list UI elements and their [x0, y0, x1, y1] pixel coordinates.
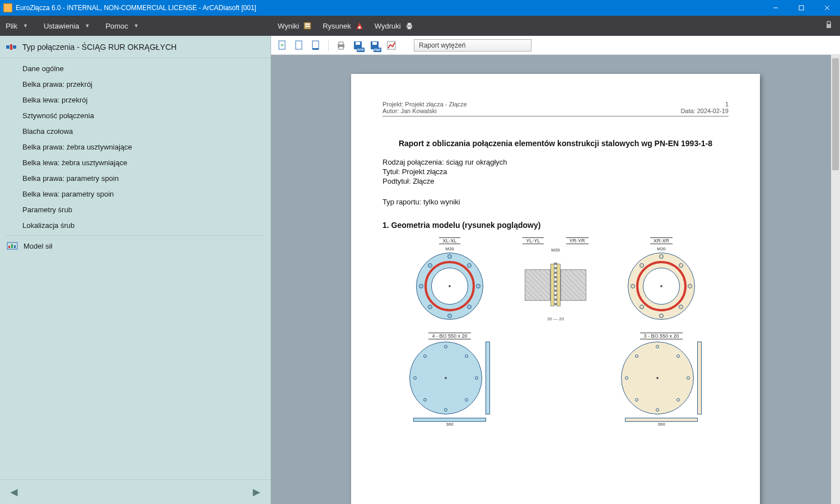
flange-ring-icon	[416, 253, 483, 320]
menu-help[interactable]: Pomoc ▼	[105, 22, 138, 30]
sidebar-item-label: Belka lewa: żebra usztywniające	[22, 158, 127, 167]
sidebar-item-bolt-location[interactable]: Lokalizacja śrub	[0, 217, 270, 233]
save-pdf-button[interactable]: PDF	[369, 40, 380, 51]
drawing-xr-xr: XR-XR M20	[608, 237, 715, 321]
flange-ring-icon	[628, 253, 695, 320]
sidebar-item-stiffness[interactable]: Sztywność połączenia	[0, 108, 270, 123]
dim-text: 360	[657, 422, 665, 427]
plate-bottom-bar-icon	[413, 418, 486, 422]
sidebar-item-bolt-params[interactable]: Parametry śrub	[0, 202, 270, 217]
left-panel: Typ połączenia - ŚCIĄG RUR OKRĄGŁYCH Dan…	[0, 36, 271, 504]
svg-rect-18	[11, 244, 13, 248]
drawing-icon	[354, 21, 365, 31]
drawing-plate-left: 4 - BO 550 x 20	[396, 333, 503, 427]
lock-icon[interactable]	[824, 20, 834, 30]
svg-rect-22	[296, 41, 302, 49]
tab-results[interactable]: Wyniki	[278, 21, 312, 31]
report-page: Projekt: Projekt złącza - Złącze Autor: …	[351, 74, 760, 504]
sidebar-item-label: Belka prawa: żebra usztywniające	[22, 143, 132, 151]
sidebar-nav-footer: ◄ ►	[0, 479, 270, 504]
menu-settings-label: Ustawienia	[44, 22, 80, 30]
sidebar-header-label: Typ połączenia - ŚCIĄG RUR OKRĄGŁYCH	[22, 43, 176, 52]
report-title: Raport z obliczania połączenia elementów…	[382, 139, 729, 148]
svg-rect-17	[8, 246, 10, 248]
window-close-button[interactable]	[814, 0, 840, 16]
blank-page-button[interactable]	[293, 40, 305, 51]
nav-next-button[interactable]: ►	[250, 485, 263, 500]
report-subtitle-row: Podtytuł: Złącze	[382, 177, 729, 185]
pdf-badge: PDF	[374, 48, 381, 52]
sidebar-item-beam-left-section[interactable]: Belka lewa: przekrój	[0, 92, 270, 108]
pipe-side-view-icon	[525, 257, 586, 313]
chevron-down-icon: ▼	[23, 23, 28, 29]
menu-file[interactable]: Plik ▼	[6, 22, 28, 30]
chart-button[interactable]	[386, 40, 397, 51]
report-page-number: 1	[680, 101, 729, 108]
results-icon	[302, 21, 312, 31]
sidebar-item-beam-right-section[interactable]: Belka prawa: przekrój	[0, 76, 270, 92]
window-minimize-button[interactable]	[763, 0, 788, 16]
new-page-button[interactable]: +	[277, 40, 288, 51]
dim-text: 360	[446, 422, 453, 427]
nav-prev-button[interactable]: ◄	[8, 485, 20, 500]
drawing-side-view: YL-YL YR-YR M20 20 — 20	[516, 237, 595, 321]
tab-drawing-label: Rysunek	[323, 22, 351, 30]
report-type-dropdown[interactable]: Raport wytężeń	[414, 39, 531, 52]
svg-point-8	[358, 26, 361, 29]
endplate-disc-icon	[621, 342, 694, 414]
sidebar-item-force-model[interactable]: Model sił	[0, 238, 270, 254]
sidebar-item-beam-right-welds[interactable]: Belka prawa: parametry spoin	[0, 170, 270, 186]
drawing-xl-xl: XL-XL M20	[396, 237, 503, 321]
printer-icon	[404, 21, 414, 31]
menu-help-label: Pomoc	[105, 22, 128, 30]
sidebar-item-label: Belka prawa: parametry spoin	[22, 174, 119, 183]
svg-rect-1	[799, 6, 804, 10]
svg-rect-6	[305, 26, 310, 27]
report-project-line: Projekt: Projekt złącza - Złącze	[382, 101, 467, 108]
report-title-row: Tytuł: Projekt złącza	[382, 167, 729, 176]
svg-rect-29	[356, 42, 360, 45]
drawing-label: YL-YL	[522, 237, 543, 244]
rtf-badge: RTF	[357, 48, 365, 52]
svg-rect-11	[408, 27, 411, 29]
report-conn-type: Rodzaj połączenia: ściąg rur okrągłych	[382, 158, 729, 166]
window-titlebar: EuroZłącza 6.0 - INTERNAL, NON-COMMERCIA…	[0, 0, 840, 16]
drawing-label: XR-XR	[650, 237, 673, 244]
scrollbar[interactable]	[831, 55, 840, 504]
svg-rect-31	[372, 42, 377, 45]
scrollbar-thumb[interactable]	[832, 58, 839, 170]
plate-bottom-bar-icon	[625, 418, 698, 422]
connection-type-icon	[6, 43, 17, 52]
page-settings-button[interactable]	[310, 40, 321, 51]
sidebar-item-beam-right-ribs[interactable]: Belka prawa: żebra usztywniające	[0, 139, 270, 155]
sidebar-item-label: Parametry śrub	[22, 206, 72, 214]
endplate-disc-icon	[409, 342, 482, 414]
sidebar-item-label: Dane ogólne	[22, 64, 64, 73]
sidebar-item-endplate[interactable]: Blacha czołowa	[0, 123, 270, 139]
svg-text:+: +	[281, 42, 284, 48]
sidebar-item-label: Belka lewa: parametry spoin	[22, 190, 114, 198]
save-rtf-button[interactable]: RTF	[352, 40, 363, 51]
chevron-down-icon: ▼	[134, 23, 139, 29]
toolbar-separator	[328, 40, 329, 51]
report-header-rule	[382, 116, 729, 116]
tab-printouts-label: Wydruki	[375, 22, 401, 30]
drawing-empty	[516, 333, 595, 427]
sidebar-item-beam-left-ribs[interactable]: Belka lewa: żebra usztywniające	[0, 155, 270, 170]
bolt-note: M20	[445, 246, 454, 251]
document-viewport[interactable]: Projekt: Projekt złącza - Złącze Autor: …	[271, 55, 840, 504]
menu-settings[interactable]: Ustawienia ▼	[44, 22, 90, 30]
sidebar-separator	[6, 235, 265, 236]
report-author-line: Autor: Jan Kowalski	[382, 108, 467, 114]
side-dim-caption: 20 — 20	[547, 316, 564, 321]
sidebar-item-beam-left-welds[interactable]: Belka lewa: parametry spoin	[0, 186, 270, 202]
svg-rect-12	[827, 24, 831, 28]
window-maximize-button[interactable]	[788, 0, 814, 16]
sidebar-item-general[interactable]: Dane ogólne	[0, 60, 270, 76]
tab-drawing[interactable]: Rysunek	[323, 21, 365, 31]
plate-side-bar-icon	[486, 342, 490, 414]
print-button[interactable]	[335, 40, 347, 51]
plate-side-bar-icon	[697, 342, 702, 414]
right-area: + RTF PDF Raport	[271, 36, 840, 504]
tab-printouts[interactable]: Wydruki	[375, 21, 414, 31]
